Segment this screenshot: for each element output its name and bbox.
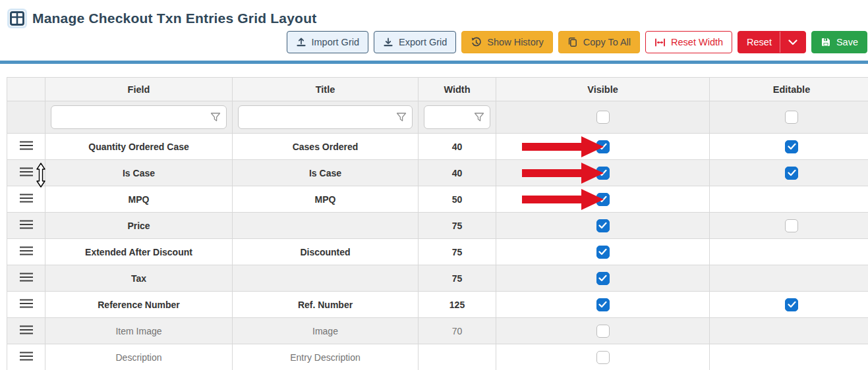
field-cell: Price [45,213,233,239]
table-row: Description Entry Description [7,344,868,370]
editable-checkbox[interactable] [785,219,798,232]
field-cell: Extended After Discount [45,239,233,265]
row-drag-handle[interactable] [7,292,45,318]
header-divider [0,61,868,64]
field-cell: Reference Number [45,292,233,318]
width-cell: 70 [419,318,496,344]
table-row: Tax 75 [7,265,868,292]
editable-cell [710,239,868,265]
download-icon [383,37,393,47]
visible-cell [496,292,710,318]
check-icon [598,169,607,176]
drag-handle-icon [20,194,33,203]
editable-cell [710,186,868,213]
drag-handle-icon [20,167,33,176]
check-icon [598,196,607,203]
table-row: Item Image Image 70 [7,318,868,344]
row-drag-handle[interactable] [7,213,45,239]
copy-to-all-button[interactable]: Copy To All [558,31,640,53]
import-grid-button[interactable]: Import Grid [287,31,369,53]
visible-checkbox[interactable] [596,272,610,285]
row-drag-handle[interactable] [7,239,45,265]
field-filter-input[interactable] [51,106,226,128]
width-cell: 40 [419,134,496,160]
visible-checkbox[interactable] [596,325,610,338]
editable-checkbox[interactable] [785,167,798,180]
show-history-button[interactable]: Show History [461,31,552,53]
title-filter [238,105,413,129]
check-icon [598,248,607,255]
width-cell [419,344,496,370]
title-cell: Ref. Number [233,292,419,318]
check-icon [598,301,607,308]
check-icon [788,169,796,176]
resize-width-icon [654,38,666,47]
field-cell: Is Case [45,160,233,186]
width-cell: 75 [419,213,496,239]
handle-column-header [7,78,45,101]
field-cell: Item Image [45,318,233,344]
width-cell: 75 [419,239,496,265]
reset-width-button[interactable]: Reset Width [645,31,732,53]
field-cell: Tax [45,265,233,292]
row-drag-handle[interactable] [7,160,45,186]
export-grid-button[interactable]: Export Grid [374,31,456,53]
width-cell: 75 [419,265,496,292]
width-cell: 40 [419,160,496,186]
check-icon [598,222,607,229]
visible-checkbox[interactable] [596,246,610,259]
filter-funnel-icon[interactable] [396,113,407,122]
editable-cell [710,292,868,318]
title-cell: Is Case [233,160,419,186]
editable-checkbox[interactable] [785,140,798,153]
upload-icon [296,37,306,47]
history-icon [471,37,482,48]
grid-table-icon [9,11,25,26]
chevron-down-icon [788,40,797,45]
drag-handle-icon [20,299,33,308]
title-column-header: Title [233,78,419,101]
drag-handle-icon [20,246,33,255]
visible-cell [496,318,710,344]
row-drag-handle[interactable] [7,134,45,160]
editable-checkbox[interactable] [785,298,798,311]
title-cell: MPQ [233,186,419,213]
visible-checkbox[interactable] [596,219,610,232]
table-row: Reference Number Ref. Number 125 [7,292,868,318]
field-cell: Quantity Ordered Case [45,134,233,160]
width-filter [424,105,490,129]
editable-cell [710,160,868,186]
visible-checkbox[interactable] [596,167,610,180]
visible-checkbox[interactable] [596,193,610,206]
check-icon [788,301,796,308]
copy-icon [567,37,578,47]
title-cell [233,265,419,292]
row-drag-handle[interactable] [7,344,45,370]
filter-funnel-icon[interactable] [210,113,221,122]
reset-dropdown-toggle[interactable] [780,32,805,53]
field-filter [51,105,227,129]
page-header: Manage Checkout Txn Entries Grid Layout [9,11,316,26]
row-drag-handle[interactable] [7,186,45,213]
save-button[interactable]: Save [811,31,867,53]
table-row: Quantity Ordered Case Cases Ordered 40 [7,134,868,160]
visible-checkbox[interactable] [596,140,610,153]
title-filter-input[interactable] [239,106,412,128]
visible-filter-checkbox[interactable] [596,111,610,124]
table-row: Price 75 [7,213,868,239]
visible-checkbox[interactable] [596,351,610,364]
manage-grid-layout-page: Manage Checkout Txn Entries Grid Layout … [0,0,868,370]
row-drag-handle[interactable] [7,318,45,344]
reset-button[interactable]: Reset [738,31,806,53]
field-cell: MPQ [45,186,233,213]
title-cell: Image [233,318,419,344]
row-drag-handle[interactable] [7,265,45,292]
visible-cell [496,186,710,213]
title-cell [233,213,419,239]
highlight-arrow [522,162,604,184]
editable-cell [710,318,868,344]
filter-funnel-icon[interactable] [474,113,484,122]
visible-checkbox[interactable] [596,298,610,311]
field-column-header: Field [45,78,233,101]
editable-filter-checkbox[interactable] [785,111,798,124]
